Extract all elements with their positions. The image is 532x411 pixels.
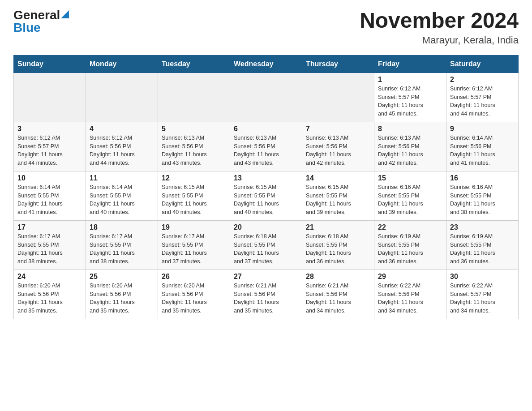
day-number: 11 [90, 174, 154, 182]
calendar-cell [302, 73, 374, 122]
weekday-header-friday: Friday [374, 55, 446, 73]
day-number: 21 [306, 223, 370, 231]
calendar-week-row: 10Sunrise: 6:14 AM Sunset: 5:55 PM Dayli… [14, 171, 519, 220]
calendar-cell: 29Sunrise: 6:22 AM Sunset: 5:56 PM Dayli… [374, 270, 446, 319]
day-number: 14 [306, 174, 370, 182]
day-number: 1 [378, 76, 442, 84]
day-info: Sunrise: 6:19 AM Sunset: 5:55 PM Dayligh… [450, 232, 515, 266]
day-info: Sunrise: 6:20 AM Sunset: 5:56 PM Dayligh… [90, 282, 154, 315]
calendar-cell: 26Sunrise: 6:20 AM Sunset: 5:56 PM Dayli… [158, 270, 230, 319]
day-info: Sunrise: 6:14 AM Sunset: 5:56 PM Dayligh… [450, 134, 515, 167]
calendar-cell [86, 73, 158, 122]
day-number: 10 [17, 174, 82, 182]
day-number: 3 [17, 125, 82, 133]
header: General Blue November 2024 Marayur, Kera… [13, 9, 519, 46]
day-number: 25 [90, 273, 154, 281]
calendar-cell: 17Sunrise: 6:17 AM Sunset: 5:55 PM Dayli… [14, 220, 86, 270]
calendar-cell: 13Sunrise: 6:15 AM Sunset: 5:55 PM Dayli… [230, 171, 302, 220]
weekday-header-wednesday: Wednesday [230, 55, 302, 73]
calendar-week-row: 3Sunrise: 6:12 AM Sunset: 5:57 PM Daylig… [14, 122, 519, 171]
day-info: Sunrise: 6:15 AM Sunset: 5:55 PM Dayligh… [306, 183, 370, 217]
day-info: Sunrise: 6:15 AM Sunset: 5:55 PM Dayligh… [234, 183, 298, 217]
day-number: 22 [378, 223, 442, 231]
day-number: 9 [450, 125, 515, 133]
calendar-cell: 27Sunrise: 6:21 AM Sunset: 5:56 PM Dayli… [230, 270, 302, 319]
day-number: 13 [234, 174, 298, 182]
location-title: Marayur, Kerala, India [360, 34, 519, 46]
title-area: November 2024 Marayur, Kerala, India [360, 9, 519, 46]
calendar-cell: 14Sunrise: 6:15 AM Sunset: 5:55 PM Dayli… [302, 171, 374, 220]
day-info: Sunrise: 6:17 AM Sunset: 5:55 PM Dayligh… [17, 232, 82, 266]
day-info: Sunrise: 6:19 AM Sunset: 5:55 PM Dayligh… [378, 232, 442, 266]
logo-general-text: General [13, 9, 60, 21]
calendar-table: SundayMondayTuesdayWednesdayThursdayFrid… [13, 55, 519, 319]
day-number: 2 [450, 76, 515, 84]
calendar-cell: 2Sunrise: 6:12 AM Sunset: 5:57 PM Daylig… [446, 73, 519, 122]
day-info: Sunrise: 6:17 AM Sunset: 5:55 PM Dayligh… [90, 232, 154, 266]
month-title: November 2024 [360, 9, 519, 33]
day-number: 15 [378, 174, 442, 182]
logo: General Blue [13, 9, 69, 34]
day-number: 6 [234, 125, 298, 133]
day-number: 28 [306, 273, 370, 281]
logo-blue-text: Blue [13, 21, 41, 34]
calendar-cell: 1Sunrise: 6:12 AM Sunset: 5:57 PM Daylig… [374, 73, 446, 122]
calendar-cell: 6Sunrise: 6:13 AM Sunset: 5:56 PM Daylig… [230, 122, 302, 171]
day-number: 24 [17, 273, 82, 281]
calendar-cell [14, 73, 86, 122]
calendar-week-row: 24Sunrise: 6:20 AM Sunset: 5:56 PM Dayli… [14, 270, 519, 319]
day-info: Sunrise: 6:13 AM Sunset: 5:56 PM Dayligh… [162, 134, 226, 167]
calendar-cell: 21Sunrise: 6:18 AM Sunset: 5:55 PM Dayli… [302, 220, 374, 270]
weekday-header-thursday: Thursday [302, 55, 374, 73]
svg-marker-0 [61, 10, 69, 18]
day-info: Sunrise: 6:18 AM Sunset: 5:55 PM Dayligh… [306, 232, 370, 266]
calendar-cell: 28Sunrise: 6:21 AM Sunset: 5:56 PM Dayli… [302, 270, 374, 319]
day-info: Sunrise: 6:14 AM Sunset: 5:55 PM Dayligh… [17, 183, 82, 217]
day-number: 20 [234, 223, 298, 231]
calendar-cell: 15Sunrise: 6:16 AM Sunset: 5:55 PM Dayli… [374, 171, 446, 220]
day-info: Sunrise: 6:21 AM Sunset: 5:56 PM Dayligh… [306, 282, 370, 315]
day-info: Sunrise: 6:12 AM Sunset: 5:57 PM Dayligh… [17, 134, 82, 167]
calendar-cell: 5Sunrise: 6:13 AM Sunset: 5:56 PM Daylig… [158, 122, 230, 171]
weekday-header-row: SundayMondayTuesdayWednesdayThursdayFrid… [14, 55, 519, 73]
day-info: Sunrise: 6:20 AM Sunset: 5:56 PM Dayligh… [162, 282, 226, 315]
day-number: 12 [162, 174, 226, 182]
calendar-cell: 19Sunrise: 6:17 AM Sunset: 5:55 PM Dayli… [158, 220, 230, 270]
calendar-week-row: 17Sunrise: 6:17 AM Sunset: 5:55 PM Dayli… [14, 220, 519, 270]
calendar-cell: 22Sunrise: 6:19 AM Sunset: 5:55 PM Dayli… [374, 220, 446, 270]
day-number: 26 [162, 273, 226, 281]
calendar-cell: 3Sunrise: 6:12 AM Sunset: 5:57 PM Daylig… [14, 122, 86, 171]
day-info: Sunrise: 6:12 AM Sunset: 5:57 PM Dayligh… [450, 85, 515, 118]
day-info: Sunrise: 6:16 AM Sunset: 5:55 PM Dayligh… [450, 183, 515, 217]
day-number: 18 [90, 223, 154, 231]
day-info: Sunrise: 6:22 AM Sunset: 5:56 PM Dayligh… [378, 282, 442, 315]
calendar-cell: 11Sunrise: 6:14 AM Sunset: 5:55 PM Dayli… [86, 171, 158, 220]
day-info: Sunrise: 6:12 AM Sunset: 5:57 PM Dayligh… [378, 85, 442, 118]
day-number: 16 [450, 174, 515, 182]
day-info: Sunrise: 6:13 AM Sunset: 5:56 PM Dayligh… [378, 134, 442, 167]
day-number: 19 [162, 223, 226, 231]
calendar-week-row: 1Sunrise: 6:12 AM Sunset: 5:57 PM Daylig… [14, 73, 519, 122]
day-info: Sunrise: 6:13 AM Sunset: 5:56 PM Dayligh… [234, 134, 298, 167]
calendar-cell: 30Sunrise: 6:22 AM Sunset: 5:57 PM Dayli… [446, 270, 519, 319]
day-info: Sunrise: 6:16 AM Sunset: 5:55 PM Dayligh… [378, 183, 442, 217]
weekday-header-sunday: Sunday [14, 55, 86, 73]
day-number: 4 [90, 125, 154, 133]
day-info: Sunrise: 6:14 AM Sunset: 5:55 PM Dayligh… [90, 183, 154, 217]
day-number: 5 [162, 125, 226, 133]
weekday-header-monday: Monday [86, 55, 158, 73]
logo-triangle-icon [61, 10, 69, 18]
calendar-cell: 25Sunrise: 6:20 AM Sunset: 5:56 PM Dayli… [86, 270, 158, 319]
day-info: Sunrise: 6:21 AM Sunset: 5:56 PM Dayligh… [234, 282, 298, 315]
day-info: Sunrise: 6:18 AM Sunset: 5:55 PM Dayligh… [234, 232, 298, 266]
day-number: 23 [450, 223, 515, 231]
calendar-cell: 16Sunrise: 6:16 AM Sunset: 5:55 PM Dayli… [446, 171, 519, 220]
weekday-header-saturday: Saturday [446, 55, 519, 73]
day-info: Sunrise: 6:12 AM Sunset: 5:56 PM Dayligh… [90, 134, 154, 167]
day-info: Sunrise: 6:13 AM Sunset: 5:56 PM Dayligh… [306, 134, 370, 167]
day-number: 27 [234, 273, 298, 281]
day-info: Sunrise: 6:22 AM Sunset: 5:57 PM Dayligh… [450, 282, 515, 315]
calendar-cell: 20Sunrise: 6:18 AM Sunset: 5:55 PM Dayli… [230, 220, 302, 270]
calendar-cell: 7Sunrise: 6:13 AM Sunset: 5:56 PM Daylig… [302, 122, 374, 171]
calendar-cell: 10Sunrise: 6:14 AM Sunset: 5:55 PM Dayli… [14, 171, 86, 220]
